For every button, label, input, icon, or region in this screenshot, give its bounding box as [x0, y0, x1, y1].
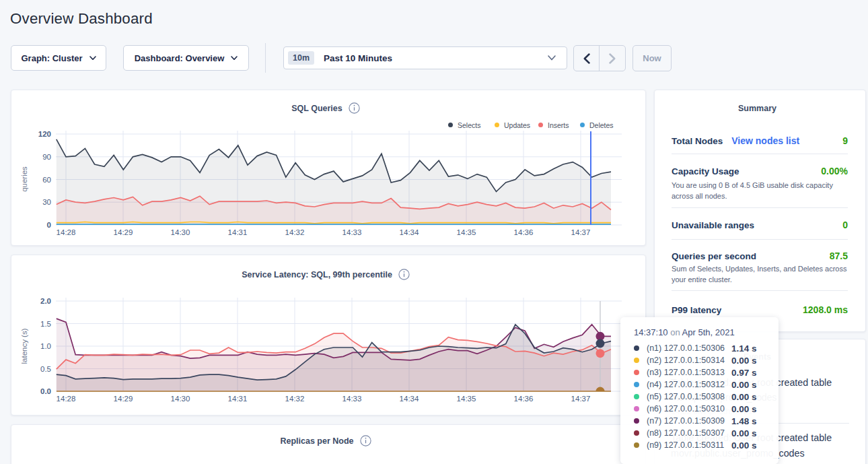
svg-text:14:30: 14:30 [171, 228, 190, 236]
svg-text:1.5: 1.5 [40, 320, 51, 328]
svg-text:2.0: 2.0 [40, 297, 51, 305]
svg-text:14:31: 14:31 [228, 228, 248, 236]
svg-text:120: 120 [38, 130, 51, 138]
svg-text:14:31: 14:31 [228, 395, 248, 403]
svg-text:14:34: 14:34 [400, 395, 419, 403]
svg-text:60: 60 [42, 176, 51, 184]
svg-text:14:30: 14:30 [171, 395, 190, 403]
svg-text:14:28: 14:28 [57, 395, 76, 403]
svg-text:14:34: 14:34 [400, 228, 419, 236]
svg-text:14:36: 14:36 [514, 228, 534, 236]
svg-text:14:33: 14:33 [342, 395, 362, 403]
svg-text:14:28: 14:28 [57, 228, 76, 236]
svg-text:90: 90 [42, 153, 51, 161]
svg-text:14:29: 14:29 [114, 395, 133, 403]
svg-text:1.0: 1.0 [40, 342, 51, 350]
svg-text:14:33: 14:33 [342, 228, 362, 236]
svg-text:latency (s): latency (s) [20, 328, 28, 364]
svg-text:14:32: 14:32 [285, 228, 305, 236]
svg-text:14:37: 14:37 [571, 228, 591, 236]
svg-text:14:35: 14:35 [457, 228, 476, 236]
svg-text:0.0: 0.0 [40, 387, 51, 395]
svg-text:14:29: 14:29 [114, 228, 133, 236]
svg-text:30: 30 [42, 198, 51, 206]
svg-text:14:32: 14:32 [285, 395, 305, 403]
svg-text:queries: queries [20, 166, 28, 192]
svg-text:14:36: 14:36 [514, 395, 534, 403]
svg-text:14:37: 14:37 [571, 395, 591, 403]
svg-text:14:35: 14:35 [457, 395, 476, 403]
svg-text:0.5: 0.5 [40, 365, 51, 373]
svg-text:0: 0 [47, 221, 51, 229]
